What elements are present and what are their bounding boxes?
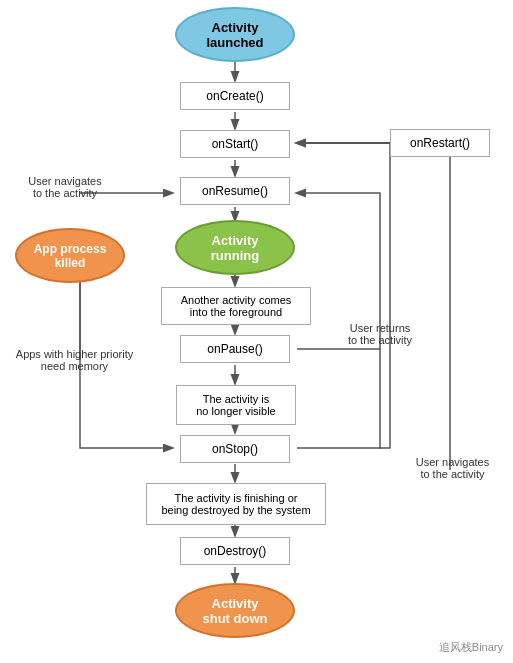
on-restart-node: onRestart() — [390, 129, 490, 157]
user-navigates-label-1: User navigates to the activity — [5, 175, 125, 199]
watermark: 追风栈Binary — [439, 640, 503, 655]
user-returns-label: User returns to the activity — [330, 322, 430, 346]
app-process-killed-node: App process killed — [15, 228, 125, 283]
activity-launched-node: Activity launched — [175, 7, 295, 62]
on-pause-node: onPause() — [180, 335, 290, 363]
on-stop-node: onStop() — [180, 435, 290, 463]
activity-running-node: Activity running — [175, 220, 295, 275]
on-destroy-node: onDestroy() — [180, 537, 290, 565]
another-activity-node: Another activity comes into the foregrou… — [161, 287, 311, 325]
on-create-node: onCreate() — [180, 82, 290, 110]
on-resume-node: onResume() — [180, 177, 290, 205]
on-start-node: onStart() — [180, 130, 290, 158]
lifecycle-diagram: Activity launched onCreate() onStart() o… — [0, 0, 513, 663]
user-navigates-label-2: User navigates to the activity — [400, 456, 505, 480]
apps-higher-priority-label: Apps with higher priority need memory — [2, 348, 147, 372]
no-longer-visible-node: The activity is no longer visible — [176, 385, 296, 425]
finishing-destroyed-node: The activity is finishing or being destr… — [146, 483, 326, 525]
activity-shut-down-node: Activity shut down — [175, 583, 295, 638]
